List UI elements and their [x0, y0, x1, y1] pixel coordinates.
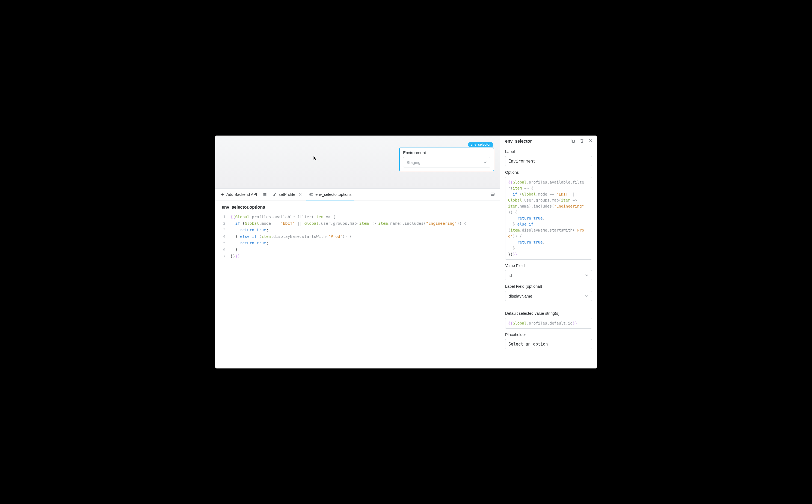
component-label: Environment — [403, 150, 490, 155]
placeholder-input[interactable]: Select an option — [505, 339, 592, 349]
line-number: 7 — [215, 253, 231, 259]
collapse-panel-button[interactable] — [487, 192, 498, 197]
collapse-icon — [490, 192, 495, 197]
label-field-select[interactable]: displayName — [505, 291, 592, 301]
code-line-7: })}} — [231, 253, 240, 259]
add-backend-api-button[interactable]: Add Backend API — [217, 189, 260, 200]
sidebar-title: env_selector — [505, 139, 532, 144]
label-field-selected: displayName — [509, 294, 532, 298]
value-field-label: Value Field — [505, 263, 592, 268]
chevron-down-icon — [584, 273, 589, 277]
code-line-6: } — [231, 246, 238, 253]
app-frame: env_selector Environment Staging Add Bac… — [215, 136, 597, 368]
plus-icon — [220, 192, 225, 197]
component-badge: env_selector — [468, 142, 493, 147]
close-sidebar-button[interactable] — [588, 138, 593, 144]
code-line-3: return true; — [231, 227, 269, 233]
sidebar-body: Label Environment Options {{Global.profi… — [500, 147, 597, 368]
label-field-opt-label: Label Field (optional) — [505, 284, 592, 289]
menu-icon — [263, 192, 267, 197]
component-selected-value: Staging — [407, 160, 420, 165]
code-editor[interactable]: 1{{Global.profiles.available.filter(item… — [215, 212, 500, 259]
label-input[interactable]: Environment — [505, 156, 592, 166]
tab-env-selector-options-label: env_selector.options — [315, 192, 351, 197]
add-backend-api-label: Add Backend API — [226, 192, 257, 197]
value-field-select[interactable]: id — [505, 270, 592, 280]
code-line-5: return true; — [231, 240, 269, 246]
line-number: 4 — [215, 233, 231, 240]
bottom-tabs-bar: Add Backend API setProfile — [215, 188, 500, 200]
sidebar-divider — [500, 307, 597, 307]
component-box: Environment Staging — [399, 148, 494, 171]
chevron-down-icon — [483, 160, 487, 164]
svg-rect-2 — [572, 140, 574, 142]
code-line-4: } else if (item.displayName.startsWith('… — [231, 233, 352, 240]
code-line-1: {{Global.profiles.available.filter(item … — [231, 214, 335, 220]
svg-rect-1 — [491, 193, 494, 195]
editor-title: env_selector.options — [215, 205, 500, 212]
chevron-down-icon — [584, 294, 589, 298]
line-number: 2 — [215, 220, 231, 227]
label-field-label: Label — [505, 149, 592, 154]
line-number: 3 — [215, 227, 231, 233]
env-selector-component[interactable]: env_selector Environment Staging — [399, 148, 494, 171]
default-value-input[interactable]: {{Global.profiles.default.id}} — [505, 318, 592, 329]
default-value-label: Default selected value string(s) — [505, 311, 592, 316]
canvas[interactable]: env_selector Environment Staging — [215, 136, 500, 188]
tab-env-selector-options[interactable]: env_selector.options — [306, 189, 354, 200]
close-icon — [588, 138, 593, 143]
trash-icon — [579, 138, 584, 143]
component-select[interactable]: Staging — [403, 157, 490, 167]
options-field-label: Options — [505, 170, 592, 175]
close-icon[interactable] — [298, 192, 303, 197]
line-number: 1 — [215, 214, 231, 220]
line-number: 5 — [215, 240, 231, 246]
copy-icon — [571, 138, 575, 143]
code-line-2: if (Global.mode == 'EDIT' || Global.user… — [231, 220, 466, 227]
main-column: env_selector Environment Staging Add Bac… — [215, 136, 500, 368]
copy-button[interactable] — [571, 138, 575, 144]
tabs-menu-button[interactable] — [261, 189, 269, 200]
tab-setprofile-label: setProfile — [279, 192, 295, 197]
plug-icon — [273, 192, 277, 197]
input-icon — [309, 192, 314, 197]
tab-setprofile[interactable]: setProfile — [270, 189, 305, 200]
line-number: 6 — [215, 246, 231, 253]
value-field-selected: id — [509, 273, 512, 278]
code-editor-panel: env_selector.options 1{{Global.profiles.… — [215, 200, 500, 368]
inspector-sidebar: env_selector Label Environment Options {… — [500, 136, 597, 368]
cursor-icon — [313, 156, 318, 161]
delete-button[interactable] — [579, 138, 584, 144]
placeholder-label: Placeholder — [505, 332, 592, 337]
options-code-input[interactable]: {{Global.profiles.available.filte r(item… — [505, 177, 592, 260]
sidebar-header: env_selector — [500, 136, 597, 147]
